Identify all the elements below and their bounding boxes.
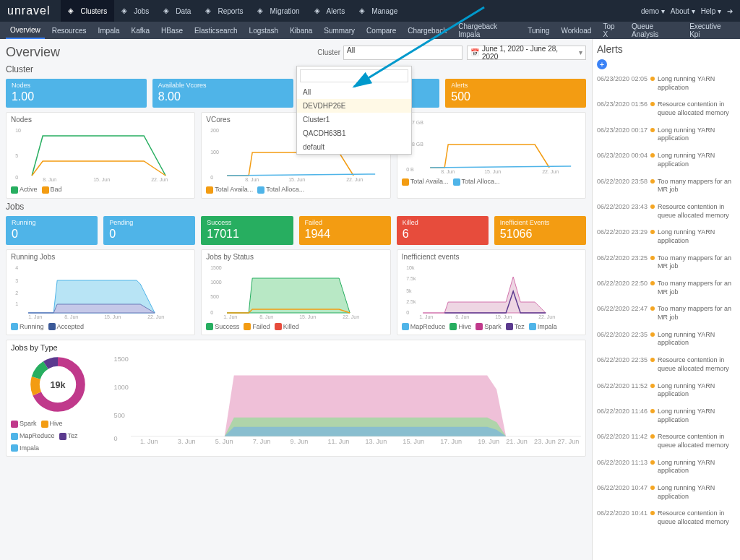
legend-item[interactable]: Impala [529,323,557,331]
jobs-icon: ◈ [121,7,130,15]
nav-migration[interactable]: ◈Migration [250,0,306,22]
nav-data[interactable]: ◈Data [156,0,198,22]
legend-item[interactable]: Tez [59,432,78,440]
alert-row[interactable]: 06/22/2020 23:25Too many mappers for an … [597,251,736,277]
svg-text:0: 0 [406,310,409,315]
subnav-elasticsearch[interactable]: Elasticsearch [190,22,241,39]
card-success[interactable]: Success17011 [201,216,293,245]
card-pending[interactable]: Pending0 [103,216,195,245]
alert-row[interactable]: 06/22/2020 11:46Long running YARN applic… [597,405,736,430]
cluster-search-input[interactable] [300,69,408,82]
dropdown-option[interactable]: QACDH63B1 [297,126,411,140]
subnav-resources[interactable]: Resources [48,22,91,39]
data-icon: ◈ [163,7,172,15]
dropdown-option[interactable]: default [297,140,411,154]
subnav-overview[interactable]: Overview [6,22,45,39]
legend-item[interactable]: MapReduce [402,323,446,331]
subnav-tuning[interactable]: Tuning [523,22,554,39]
subnav-chargeback[interactable]: Chargeback [403,22,451,39]
add-alert-button[interactable]: + [597,59,607,69]
legend-item[interactable]: Killed [275,323,299,331]
subnav-kibana[interactable]: Kibana [285,22,317,39]
subnav-kafka[interactable]: Kafka [127,22,155,39]
alert-row[interactable]: 06/22/2020 11:42Resource contention in q… [597,430,736,455]
svg-text:27. Jun: 27. Jun [558,438,580,445]
alert-dot-icon [650,230,655,234]
nav-alerts[interactable]: ◈Alerts [307,0,353,22]
alert-row[interactable]: 06/22/2020 11:52Long running YARN applic… [597,379,736,405]
logo: unravel [7,4,50,17]
alert-row[interactable]: 06/22/2020 22:50Too many mappers for an … [597,277,736,302]
alert-row[interactable]: 06/23/2020 01:56Resource contention in q… [597,98,736,123]
about-link[interactable]: About ▾ [671,7,695,15]
subnav-logstash[interactable]: Logstash [245,22,283,39]
svg-text:5. Jun: 5. Jun [215,438,233,445]
alert-row[interactable]: 06/23/2020 00:04Long running YARN applic… [597,149,736,174]
alert-row[interactable]: 06/23/2020 00:17Long running YARN applic… [597,124,736,149]
alerts-icon: ◈ [314,7,323,15]
alert-row[interactable]: 06/22/2020 22:35Resource contention in q… [597,353,736,379]
jobs-section-title: Jobs [6,202,586,212]
subnav-compare[interactable]: Compare [362,22,400,39]
card-failed[interactable]: Failed1944 [299,216,391,245]
subnav-top-x[interactable]: Top X [598,22,624,39]
alert-row[interactable]: 06/22/2020 23:58Too many mappers for an … [597,175,736,200]
cluster-select[interactable]: All [343,46,462,60]
card-running[interactable]: Running0 [6,216,98,245]
dropdown-option[interactable]: Cluster1 [297,113,411,126]
alert-row[interactable]: 06/22/2020 23:43Resource contention in q… [597,200,736,225]
legend-item[interactable]: Success [206,323,239,331]
chart-memory: 977 GB488 GB0 B8. Jun15. Jun22. JunTotal… [397,112,586,199]
dropdown-option[interactable]: All [297,85,411,99]
card-killed[interactable]: Killed6 [397,216,489,245]
card-alerts[interactable]: Alerts500 [445,79,586,108]
user-menu[interactable]: demo ▾ [641,7,665,15]
alert-row[interactable]: 06/22/2020 23:29Long running YARN applic… [597,225,736,251]
subnav-executive-kpi[interactable]: Executive Kpi [685,22,734,39]
cluster-dropdown[interactable]: AllDEVDHP26ECluster1QACDH63B1default [296,66,412,155]
legend-item[interactable]: Total Alloca... [453,178,500,186]
subnav-hbase[interactable]: HBase [157,22,187,39]
chart-running-jobs: Running Jobs43211. Jun8. Jun15. Jun22. J… [6,249,195,336]
help-link[interactable]: Help ▾ [701,7,721,15]
svg-text:17. Jun: 17. Jun [440,438,462,445]
subnav-impala[interactable]: Impala [94,22,124,39]
legend-item[interactable]: Impala [11,444,39,452]
legend-item[interactable]: Accepted [48,323,85,331]
subnav-chargeback-impala[interactable]: Chargeback Impala [454,22,520,39]
subnav-workload[interactable]: Workload [556,22,595,39]
alert-row[interactable]: 06/22/2020 22:47Too many mappers for an … [597,302,736,327]
nav-reports[interactable]: ◈Reports [198,0,250,22]
alert-row[interactable]: 06/22/2020 10:47Long running YARN applic… [597,481,736,507]
legend-item[interactable]: Spark [11,420,37,428]
card-available-vcores[interactable]: Available Vcores8.00 [152,79,293,108]
legend-item[interactable]: Hive [449,323,471,331]
legend-item[interactable]: Hive [41,420,63,428]
legend-item[interactable]: Total Availa... [206,186,253,194]
dropdown-option[interactable]: DEVDHP26E [297,99,411,113]
nav-clusters[interactable]: ◈Clusters [61,0,114,22]
alert-row[interactable]: 06/22/2020 10:41Resource contention in q… [597,507,736,532]
subnav-summary[interactable]: Summary [319,22,359,39]
logout-icon[interactable]: ➔ [727,7,733,15]
alert-row[interactable]: 06/22/2020 11:13Long running YARN applic… [597,456,736,481]
legend-item[interactable]: Failed [244,323,270,331]
card-nodes[interactable]: Nodes1.00 [6,79,147,108]
legend-item[interactable]: Total Availa... [402,178,449,186]
alert-row[interactable]: 06/23/2020 02:05Long running YARN applic… [597,72,736,98]
alert-dot-icon [650,204,655,209]
alert-dot-icon [650,434,655,439]
alert-row[interactable]: 06/22/2020 22:35Long running YARN applic… [597,328,736,353]
legend-item[interactable]: Running [11,323,44,331]
legend-item[interactable]: Total Alloca... [257,186,304,194]
legend-item[interactable]: Spark [476,323,502,331]
legend-item[interactable]: Tez [506,323,525,331]
legend-item[interactable]: MapReduce [11,432,55,440]
nav-manage[interactable]: ◈Manage [352,0,405,22]
legend-item[interactable]: Active [11,186,38,194]
nav-jobs[interactable]: ◈Jobs [114,0,156,22]
legend-item[interactable]: Bad [42,186,62,194]
subnav-queue-analysis[interactable]: Queue Analysis [627,22,682,39]
card-inefficient-events[interactable]: Inefficient Events51066 [494,216,586,245]
date-range-select[interactable]: 📅 June 1, 2020 - June 28, 2020 [467,46,586,60]
